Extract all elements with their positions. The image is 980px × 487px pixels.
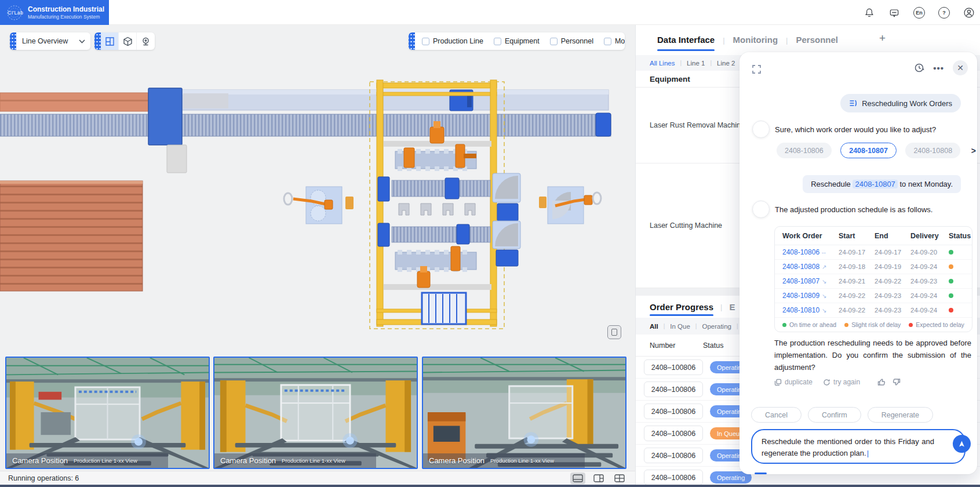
chat-input[interactable]: Reschedule the mentioned order to this F…	[751, 429, 966, 464]
drag-handle-icon[interactable]	[94, 32, 101, 50]
send-button[interactable]	[953, 435, 971, 453]
legend-dot-orange	[844, 323, 848, 327]
camera-feed-3[interactable]: Camera Position Production Line 1-xx Vie…	[422, 357, 626, 469]
work-order-link[interactable]: 2408-10810	[782, 306, 819, 314]
order-chip[interactable]: 2408-10806	[777, 143, 832, 158]
expand-panel-icon[interactable]	[752, 64, 762, 74]
status-dot	[949, 293, 953, 298]
checkbox-icon[interactable]	[550, 38, 558, 45]
filter-line-1[interactable]: Line 1	[687, 60, 705, 67]
chevron-right-icon[interactable]: >	[971, 146, 977, 155]
ai-assistant-panel: ••• ✕ Rescheduling Work Orders Sure, whi…	[739, 52, 977, 474]
schedule-cell: 24-09-23	[875, 289, 910, 303]
work-order-link[interactable]: 2408-10807	[782, 277, 819, 285]
order-filter-all[interactable]: All	[650, 323, 658, 330]
messages-icon[interactable]	[888, 6, 901, 19]
help-icon[interactable]: ?	[938, 6, 950, 19]
tab-equipment-truncated[interactable]: E	[729, 302, 735, 312]
add-tab-button[interactable]: +	[879, 32, 886, 45]
panel-scroll-indicator[interactable]	[755, 473, 767, 474]
equipment-name: Laser Rust Removal Machine	[650, 121, 745, 129]
app-subtitle: Manufacturing Execution System	[28, 14, 104, 20]
regenerate-button[interactable]: Regenerate	[868, 407, 933, 423]
status-dot	[949, 250, 953, 255]
camera-subtitle: Production Line 1-xx View	[282, 457, 345, 464]
cancel-button[interactable]: Cancel	[751, 407, 802, 423]
factory-3d-viewport[interactable]: Line Overview Production Line	[0, 25, 635, 471]
order-number: 2408–100806	[644, 426, 703, 441]
column-number: Number	[636, 341, 703, 350]
tab-monitoring[interactable]: Monitoring	[733, 35, 778, 46]
notifications-bell-icon[interactable]	[863, 6, 876, 19]
history-icon[interactable]	[914, 63, 924, 73]
clamp-row	[399, 203, 475, 215]
order-filter-in-queue[interactable]: In Que	[670, 323, 690, 330]
camera-label: Camera Position Production Line 1-xx Vie…	[6, 453, 168, 468]
col-start: Start	[839, 227, 875, 245]
layout-grid-icon[interactable]	[612, 473, 627, 484]
camera-feed-image	[423, 358, 625, 468]
trend-down-icon: ↘	[822, 307, 826, 314]
order-highlight: 2408-10807	[853, 180, 897, 188]
close-panel-icon[interactable]: ✕	[953, 60, 968, 75]
layer-toggle-monitoring[interactable]: Monitoring	[604, 37, 625, 45]
thumbs-up-icon[interactable]	[877, 378, 886, 386]
cube-3d-view-button[interactable]	[119, 32, 137, 50]
filter-line-2[interactable]: Line 2	[717, 60, 735, 67]
drag-handle-icon[interactable]	[10, 32, 16, 50]
topic-chip[interactable]: Rescheduling Work Orders	[840, 94, 961, 112]
schedule-cell: 24-09-17	[839, 245, 875, 260]
camera-view-button[interactable]	[137, 32, 155, 50]
thumbs-down-icon[interactable]	[892, 378, 901, 386]
camera-label: Camera Position Production Line 1-xx Vie…	[214, 453, 376, 468]
assistant-message: Sure, which work order would you like to…	[775, 125, 971, 134]
floorplan-view-button[interactable]	[101, 32, 119, 50]
camera-subtitle: Production Line 1-xx View	[74, 457, 137, 464]
drag-handle-icon[interactable]	[409, 32, 415, 50]
approval-text: The production rescheduling needs to be …	[774, 337, 971, 373]
layer-toggle-production-line[interactable]: Production Line	[422, 37, 483, 45]
layer-toggle-personnel[interactable]: Personnel	[550, 37, 593, 45]
schedule-cell: 2408-10810↘	[775, 303, 839, 318]
work-order-link[interactable]: 2408-10806	[782, 248, 819, 256]
fit-view-button[interactable]	[607, 325, 621, 339]
more-options-icon[interactable]: •••	[933, 63, 944, 73]
brand-block: CI'Lab Construction Industrial Manufactu…	[0, 0, 109, 25]
tab-order-progress[interactable]: Order Progress	[650, 302, 713, 312]
message-actions: duplicate try again	[774, 378, 901, 386]
order-chip[interactable]: 2408-10808	[905, 143, 960, 158]
try-again-button[interactable]: try again	[823, 378, 860, 386]
duplicate-label: duplicate	[785, 378, 813, 386]
work-order-link[interactable]: 2408-10809	[782, 292, 819, 300]
camera-feed-image	[214, 358, 417, 468]
checkbox-icon[interactable]	[422, 38, 429, 45]
user-avatar-icon[interactable]	[963, 6, 975, 19]
camera-title: Camera Position	[12, 456, 68, 465]
layout-bottom-panel-icon[interactable]	[570, 473, 585, 484]
duplicate-button[interactable]: duplicate	[774, 378, 813, 386]
order-number: 2408–100806	[644, 448, 703, 463]
camera-feed-1[interactable]: Camera Position Production Line 1-xx Vie…	[5, 357, 210, 469]
confirm-button[interactable]: Confirm	[808, 407, 861, 423]
camera-subtitle: Production Line 1-xx View	[490, 457, 554, 464]
tab-personnel[interactable]: Personnel	[796, 35, 838, 46]
layer-toggle-equipment[interactable]: Equipment	[494, 37, 540, 45]
order-filter-operating[interactable]: Operating	[702, 323, 731, 330]
tab-data-interface[interactable]: Data Interface	[657, 35, 715, 46]
top-bar: CI'Lab Construction Industrial Manufactu…	[0, 0, 980, 25]
assistant-avatar	[752, 121, 770, 138]
filter-separator: |	[710, 60, 712, 66]
filter-all-lines[interactable]: All Lines	[650, 60, 675, 67]
schedule-cell	[949, 289, 972, 303]
work-order-link[interactable]: 2408-10808	[782, 263, 819, 271]
camera-feed-2[interactable]: Camera Position Production Line 1-xx Vie…	[213, 357, 418, 469]
language-icon[interactable]: En	[913, 6, 926, 19]
order-chip-selected[interactable]: 2408-10807	[840, 143, 897, 158]
schedule-cell: 2408-10809↘	[775, 289, 839, 303]
schedule-cell: 24-09-19	[875, 260, 910, 274]
checkbox-icon[interactable]	[604, 38, 611, 45]
layout-right-panel-icon[interactable]	[591, 473, 606, 484]
schedule-cell: 24-09-23	[910, 274, 949, 289]
view-selector[interactable]: Line Overview	[10, 32, 90, 50]
checkbox-icon[interactable]	[494, 38, 501, 45]
